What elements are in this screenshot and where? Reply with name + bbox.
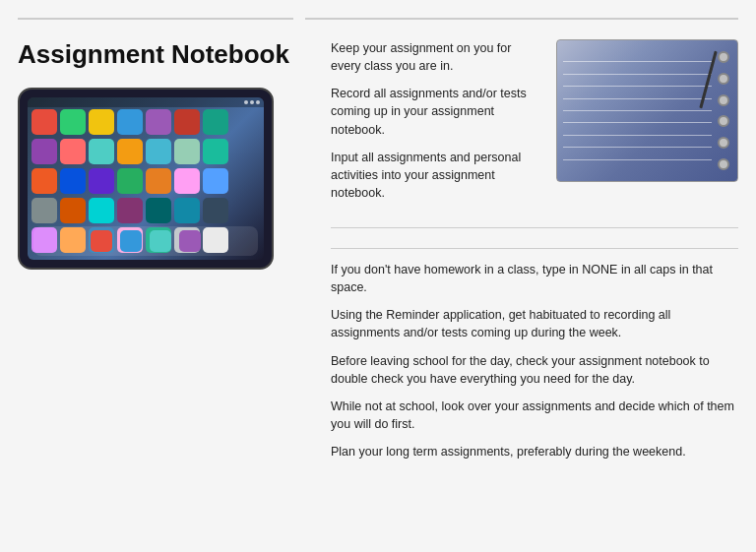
app-icon — [203, 168, 228, 194]
top-line-left — [18, 18, 293, 20]
app-icon — [89, 198, 114, 223]
dock-icon — [150, 230, 171, 252]
status-dot-3 — [256, 100, 260, 104]
app-row-3 — [28, 166, 264, 196]
ring — [718, 73, 729, 85]
text-section: Keep your assignment on you for every cl… — [331, 39, 542, 212]
app-icon — [203, 139, 228, 164]
app-icon — [89, 109, 114, 135]
app-icon — [32, 109, 57, 135]
ipad-screen — [28, 97, 264, 260]
app-icon — [32, 168, 57, 194]
notebook-line — [563, 61, 712, 62]
ipad-status-bar — [28, 97, 264, 107]
app-icon — [146, 139, 171, 164]
paragraph5: Before leaving school for the day, check… — [331, 352, 738, 388]
paragraph4: Using the Reminder application, get habi… — [331, 306, 738, 341]
app-icon — [60, 168, 86, 194]
dock-icon — [179, 230, 201, 252]
app-icon — [146, 109, 171, 135]
app-icon — [174, 139, 200, 164]
ring — [718, 51, 729, 63]
bottom-text: If you don't have homework in a class, t… — [331, 261, 738, 470]
ring — [718, 115, 729, 127]
app-icon — [146, 168, 171, 194]
app-row-2 — [28, 137, 264, 166]
paragraph2: Input all assignments and personal activ… — [331, 149, 542, 202]
top-line-right — [305, 18, 738, 20]
app-icon — [203, 198, 228, 223]
notebook-line — [563, 159, 712, 160]
app-icon — [60, 109, 86, 135]
app-icon — [32, 139, 57, 164]
notebook-image — [556, 39, 738, 182]
right-top: Keep your assignment on you for every cl… — [331, 39, 738, 212]
app-icon — [89, 139, 114, 164]
ring — [718, 158, 729, 170]
notebook-lines — [563, 50, 712, 171]
main-content: Assignment Notebook — [0, 22, 756, 488]
paragraph1: Record all assignments and/or tests comi… — [331, 85, 542, 138]
page-title: Assignment Notebook — [18, 39, 313, 70]
ipad-image — [18, 88, 274, 270]
app-icon — [60, 198, 86, 223]
app-row-4 — [28, 196, 264, 225]
app-icon — [32, 198, 57, 223]
top-bar — [0, 0, 756, 22]
notebook-line — [563, 74, 712, 75]
app-icon — [89, 168, 114, 194]
notebook-line — [563, 86, 712, 87]
notebook-line — [563, 147, 712, 148]
paragraph6: While not at school, look over your assi… — [331, 398, 738, 433]
app-row-1 — [28, 107, 264, 137]
dock-icon — [120, 230, 142, 252]
notebook-line — [563, 98, 712, 99]
left-column: Assignment Notebook — [18, 39, 313, 470]
intro-text: Keep your assignment on you for every cl… — [331, 39, 542, 75]
app-icon — [117, 198, 143, 223]
app-icon — [146, 198, 171, 223]
app-icon — [117, 139, 143, 164]
app-icon — [174, 168, 200, 194]
status-dot-1 — [244, 100, 248, 104]
app-icon — [117, 168, 143, 194]
notebook-line — [563, 135, 712, 136]
app-icon — [117, 109, 143, 135]
ring — [718, 94, 729, 106]
app-icon — [203, 109, 228, 135]
paragraph7: Plan your long term assignments, prefera… — [331, 443, 738, 460]
paragraph3: If you don't have homework in a class, t… — [331, 261, 738, 296]
divider-line-2 — [331, 248, 738, 249]
app-icon — [174, 198, 200, 223]
ipad-dock — [33, 226, 258, 256]
app-icon — [174, 109, 200, 135]
ring — [718, 137, 729, 149]
notebook-line — [563, 122, 712, 123]
notebook-rings — [718, 40, 729, 181]
right-column: Keep your assignment on you for every cl… — [313, 39, 738, 470]
notebook-line — [563, 110, 712, 111]
dock-icon — [91, 230, 112, 252]
status-dot-2 — [250, 100, 254, 104]
divider-line-1 — [331, 227, 738, 228]
app-icon — [60, 139, 86, 164]
